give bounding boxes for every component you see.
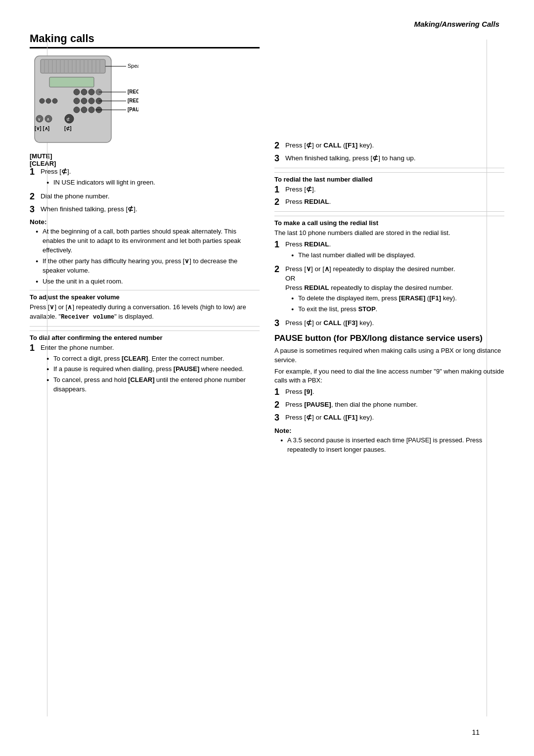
pause-step-3-content: Press [⊄] or CALL ([F1] key). — [285, 413, 504, 423]
svg-text:[REDIAL]: [REDIAL] — [128, 98, 138, 103]
step-1-bullets: IN USE indicators will light in green. — [41, 178, 260, 188]
svg-point-37 — [89, 107, 94, 113]
redial-list-step-1: 1 Press REDIAL. The last number dialled … — [274, 240, 504, 262]
pause-step-2-num: 2 — [274, 400, 282, 410]
two-column-layout: Making calls — [30, 32, 504, 458]
svg-point-26 — [74, 98, 80, 104]
redial-list-step-3-content: Press [⊄] or CALL ([F3] key). — [285, 319, 504, 328]
svg-text:[∨] [∧]: [∨] [∧] — [35, 126, 49, 131]
right-step-3-num: 3 — [274, 154, 282, 164]
subsection-speaker-volume-title: To adjust the speaker volume — [30, 290, 260, 301]
pause-step-2-content: Press [PAUSE], then dial the phone numbe… — [285, 400, 504, 410]
svg-point-20 — [74, 89, 80, 95]
note-bullet-2: If the other party has difficulty hearin… — [36, 257, 260, 276]
redial-list-bullet-2: To delete the displayed item, press [ERA… — [291, 294, 504, 303]
right-step-2-content: Press [⊄] or CALL ([F1] key). — [285, 141, 504, 150]
redial-step-2: 2 Press REDIAL. — [274, 197, 504, 207]
pause-note-section: Note: A 3.5 second pause is inserted eac… — [274, 427, 504, 455]
header-title: Making/Answering Calls — [30, 20, 504, 28]
pause-intro-2: For example, if you need to dial the lin… — [274, 367, 504, 386]
step-2: 2 Dial the phone number. — [30, 192, 260, 202]
page-number: 11 — [472, 728, 480, 736]
pause-step-1: 1 Press [9]. — [274, 387, 504, 397]
svg-rect-19 — [49, 77, 94, 87]
redial-list-step-1-num: 1 — [274, 240, 282, 250]
step-3: 3 When finished talking, press [⊄]. — [30, 205, 260, 215]
mute-label: [MUTE] — [30, 152, 52, 160]
redial-step-1-num: 1 — [274, 185, 282, 195]
redial-step-2-content: Press REDIAL. — [285, 197, 504, 207]
subsection-redial-title: To redial the last number dialled — [274, 172, 504, 183]
step-2-content: Dial the phone number. — [41, 192, 260, 201]
redial-list-step-3: 3 Press [⊄] or CALL ([F3] key). — [274, 319, 504, 329]
note-title: Note: — [30, 218, 260, 226]
svg-point-27 — [81, 98, 87, 104]
svg-point-22 — [89, 89, 94, 95]
svg-point-36 — [81, 107, 87, 113]
svg-text:∨: ∨ — [38, 117, 41, 122]
redial-list-step-1-content: Press REDIAL. The last number dialled wi… — [285, 240, 504, 262]
redial-step-2-num: 2 — [274, 197, 282, 207]
pause-note-title: Note: — [274, 427, 504, 434]
svg-point-33 — [46, 98, 51, 103]
svg-text:[PAUSE]: [PAUSE] — [128, 107, 138, 112]
pause-step-3-num: 3 — [274, 413, 282, 423]
svg-point-35 — [74, 107, 80, 113]
subsection-redial-list-title: To make a call using the redial list — [274, 216, 504, 227]
pause-step-3: 3 Press [⊄] or CALL ([F1] key). — [274, 413, 504, 423]
step-1: 1 Press [⊄]. IN USE indicators will ligh… — [30, 167, 260, 189]
svg-text:[RECALL]: [RECALL] — [128, 89, 138, 94]
redial-step-1-content: Press [⊄]. — [285, 185, 504, 194]
step-3-content: When finished talking, press [⊄]. — [41, 205, 260, 214]
subsection-speaker-volume-text: Press [∨] or [∧] repeatedly during a con… — [30, 303, 260, 322]
right-step-3-content: When finished talking, press [⊄] to hang… — [285, 154, 504, 163]
confirm-bullet-3: To cancel, press and hold [CLEAR] until … — [46, 376, 260, 394]
svg-text:⊄: ⊄ — [66, 117, 70, 122]
confirm-step-1-num: 1 — [30, 343, 38, 353]
step-1-num: 1 — [30, 167, 38, 177]
note-section: Note: At the beginning of a call, both p… — [30, 218, 260, 286]
pause-note-bullet-1: A 3.5 second pause is inserted each time… — [280, 436, 504, 455]
right-step-2: 2 Press [⊄] or CALL ([F1] key). — [274, 141, 504, 151]
pause-intro-1: A pause is sometimes required when makin… — [274, 346, 504, 365]
right-column: 2 Press [⊄] or CALL ([F1] key). 3 When f… — [274, 32, 504, 458]
right-step-3: 3 When finished talking, press [⊄] to ha… — [274, 154, 504, 164]
pause-step-1-num: 1 — [274, 387, 282, 397]
page: Making/Answering Calls Making calls — [0, 0, 534, 756]
redial-list-step-2-content: Press [∨] or [∧] repeatedly to display t… — [285, 265, 504, 316]
svg-text:Speaker: Speaker — [128, 63, 138, 69]
note-bullet-1: At the beginning of a call, both parties… — [36, 227, 260, 255]
left-column: Making calls — [30, 32, 260, 458]
svg-point-28 — [89, 98, 94, 104]
pause-section-title: PAUSE button (for PBX/long distance serv… — [274, 333, 504, 343]
phone-diagram: Speaker [RECALL] — [30, 53, 208, 147]
svg-point-32 — [40, 98, 44, 103]
step-3-num: 3 — [30, 205, 38, 215]
svg-text:[⊄]: [⊄] — [64, 126, 72, 131]
redial-list-step-2: 2 Press [∨] or [∧] repeatedly to display… — [274, 265, 504, 316]
redial-list-step-2-num: 2 — [274, 265, 282, 275]
bullet-in-use: IN USE indicators will light in green. — [46, 178, 260, 188]
redial-list-bullet-1: The last number dialled will be displaye… — [291, 251, 504, 260]
right-col-initial-steps: 2 Press [⊄] or CALL ([F1] key). 3 When f… — [274, 141, 504, 164]
right-step-2-num: 2 — [274, 141, 282, 151]
svg-point-21 — [81, 89, 87, 95]
redial-list-bullet-3: To exit the list, press STOP. — [291, 305, 504, 314]
diagram-bottom-labels: [MUTE] [CLEAR] — [30, 152, 260, 167]
note-bullets: At the beginning of a call, both parties… — [30, 227, 260, 286]
svg-text:∧: ∧ — [46, 117, 50, 122]
pause-note-bullets: A 3.5 second pause is inserted each time… — [274, 436, 504, 455]
step-2-num: 2 — [30, 192, 38, 202]
right-rule — [487, 40, 487, 716]
redial-list-step-1-bullets: The last number dialled will be displaye… — [285, 251, 504, 260]
redial-list-step-2-bullets: To delete the displayed item, press [ERA… — [285, 294, 504, 314]
confirm-step-1-bullets: To correct a digit, press [CLEAR]. Enter… — [41, 354, 260, 394]
redial-list-step-3-num: 3 — [274, 319, 282, 329]
step-1-content: Press [⊄]. IN USE indicators will light … — [41, 167, 260, 189]
svg-point-34 — [52, 98, 57, 103]
divider-1 — [30, 326, 260, 327]
divider-right-2 — [274, 211, 504, 212]
confirm-bullet-1: To correct a digit, press [CLEAR]. Enter… — [46, 354, 260, 364]
confirm-step-1: 1 Enter the phone number. To correct a d… — [30, 343, 260, 396]
pause-step-1-content: Press [9]. — [285, 387, 504, 397]
